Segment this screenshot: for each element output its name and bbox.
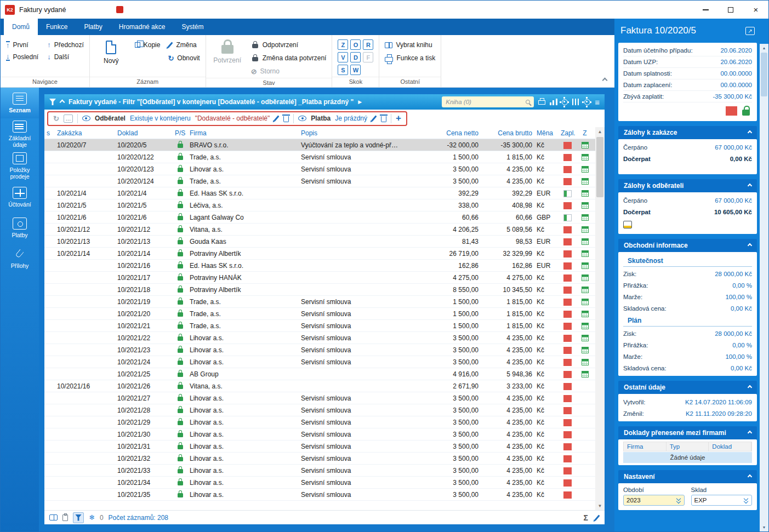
invoice-row[interactable]: 10/2021/23Lihovar a.s.Servisní smlouva3 … (44, 344, 595, 356)
tools-gear-icon[interactable] (562, 99, 568, 105)
invoice-row[interactable]: 10/2020/124Trade, a.s.Servisní smlouva3 … (44, 175, 595, 187)
edit-condition2-icon[interactable] (371, 115, 377, 121)
minimize-button[interactable] (693, 1, 718, 19)
print-icon[interactable] (538, 100, 545, 105)
edit-condition1-icon[interactable] (274, 115, 280, 121)
columns-icon[interactable] (572, 99, 580, 105)
invoice-row[interactable]: 10/2021/24Lihovar a.s.Servisní smlouva3 … (44, 356, 595, 368)
ribbon-collapse-button[interactable] (603, 76, 607, 84)
edit-icon[interactable] (594, 514, 600, 520)
first-button[interactable]: ↑První (6, 39, 38, 50)
clipboard-icon[interactable] (62, 514, 68, 521)
detail-panel-scrollbar[interactable]: ▲ ▼ (760, 19, 768, 531)
invoice-row[interactable]: 10/2021/32Lihovar a.s.Servisní smlouva3 … (44, 453, 595, 465)
copy-button[interactable]: Kopie (135, 39, 161, 50)
last-button[interactable]: ↓Poslední (6, 52, 38, 62)
sum-icon[interactable]: Σ (584, 513, 588, 522)
refresh-button[interactable]: ↻Obnovit (168, 53, 200, 64)
section-header-doklady[interactable]: Doklady přenesené mezi firmami (618, 426, 757, 439)
invoice-row[interactable]: 10/2021/410/2021/4Ed. Haas SK s.r.o.392,… (44, 187, 595, 199)
eye-icon[interactable] (82, 115, 90, 122)
invoice-row[interactable]: 10/2021/21Trade, a.s.Servisní smlouva1 5… (44, 320, 595, 332)
column-header-z[interactable]: Z (577, 129, 593, 137)
next-button[interactable]: ↓Další (47, 52, 84, 62)
scroll-thumb[interactable] (596, 137, 603, 197)
invoice-row[interactable]: 10/2021/16Ed. Haas SK s.r.o.162,86162,86… (44, 260, 595, 272)
invoice-row[interactable]: 10/2021/35Lihovar a.s.Servisní smlouva3 … (44, 489, 595, 501)
collapse-filter-icon[interactable] (60, 99, 65, 105)
invoice-row[interactable]: 10/2021/33Lihovar a.s.Servisní smlouva3 … (44, 465, 595, 477)
sidebar-item-položky-prodeje[interactable]: Položky prodeje (1, 150, 39, 182)
invoice-row[interactable]: 10/2021/17Potraviny HANÁK4 275,004 275,0… (44, 272, 595, 284)
section-header-zalohy-odberatel[interactable]: Zálohy k odběrateli (618, 179, 757, 192)
jump-key-O[interactable]: O (350, 39, 361, 50)
invoice-row[interactable]: 10/2021/1610/2021/26Vitana, a.s.2 671,90… (44, 380, 595, 392)
invoice-row[interactable]: 10/2021/1310/2021/13Gouda Kaas81,4398,53… (44, 236, 595, 248)
section-header-nastaveni[interactable]: Nastavení (618, 470, 757, 483)
detach-panel-icon[interactable]: ↗ (745, 27, 755, 35)
period-select[interactable]: 2023 (623, 495, 685, 506)
ribbon-tab-platby[interactable]: Platby (76, 19, 110, 35)
functions-print-button[interactable]: Funkce a tisk (385, 53, 435, 64)
jump-key-W[interactable]: W (350, 65, 361, 75)
open-book-icon[interactable] (49, 514, 58, 520)
jump-key-R[interactable]: R (363, 39, 373, 50)
invoice-row[interactable]: 10/2020/123Lihovar a.s.Servisní smlouva3… (44, 163, 595, 175)
jump-key-Z[interactable]: Z (338, 39, 348, 50)
ribbon-tab-domů[interactable]: Domů (4, 19, 38, 35)
column-header-popis[interactable]: Popis (299, 129, 401, 137)
section-header-zalohy-zakazka[interactable]: Zálohy k zakázce (618, 126, 757, 139)
scroll-up-icon[interactable]: ▲ (595, 127, 605, 136)
previous-button[interactable]: ↑Předchozí (47, 39, 84, 50)
scroll-down-icon[interactable]: ▼ (595, 501, 605, 510)
invoice-row[interactable]: 10/2021/22Lihovar a.s.Servisní smlouva3 … (44, 332, 595, 344)
column-header-ps[interactable]: P/S (173, 129, 187, 137)
invoice-row[interactable]: 10/2021/20Trade, a.s.Servisní smlouva1 5… (44, 308, 595, 320)
sidebar-item-základní-údaje[interactable]: Základní údaje (1, 118, 39, 150)
invoice-row[interactable]: 10/2021/27Lihovar a.s.Servisní smlouva3 … (44, 392, 595, 404)
column-header-zakazka[interactable]: Zakázka (55, 129, 115, 137)
delete-condition1-icon[interactable] (283, 116, 289, 122)
eye-icon[interactable] (298, 115, 306, 122)
menu-icon[interactable]: ≡ (595, 98, 600, 107)
jump-key-S[interactable]: S (338, 65, 348, 75)
ribbon-tab-systém[interactable]: Systém (173, 19, 212, 35)
close-button[interactable]: × (743, 1, 768, 19)
settings-gear-icon[interactable] (584, 99, 590, 105)
panel-scroll-down-icon[interactable]: ▼ (762, 523, 766, 531)
invoice-row[interactable]: 10/2021/30Lihovar a.s.Servisní smlouva3 … (44, 428, 595, 441)
invoice-row[interactable]: 10/2021/1410/2021/14Potraviny Albertík26… (44, 248, 595, 260)
book-filter-input[interactable]: Kniha (0) (442, 96, 534, 107)
snowflake-icon[interactable]: ❄ (89, 513, 95, 522)
select-book-button[interactable]: Vybrat knihu (385, 39, 435, 50)
column-header-zapl[interactable]: Zapl. (559, 129, 577, 137)
invoice-row[interactable]: 10/2021/610/2021/6Lagant Galway Co60,666… (44, 211, 595, 224)
invoice-row[interactable]: 10/2021/19Trade, a.s.Servisní smlouva1 5… (44, 296, 595, 308)
column-header-netto[interactable]: Cena netto (401, 129, 481, 137)
jump-key-V[interactable]: V (338, 52, 348, 62)
invoice-row[interactable]: 10/2021/1210/2021/12Vitana, a.s.4 206,25… (44, 224, 595, 236)
invoice-note-icon[interactable] (623, 221, 632, 228)
sidebar-item-přílohy[interactable]: Přílohy (1, 243, 39, 274)
invoice-row[interactable]: 10/2021/31Lihovar a.s.Servisní smlouva3 … (44, 441, 595, 453)
new-button[interactable]: Nový (95, 39, 127, 65)
column-header-mena[interactable]: Měna (534, 129, 559, 137)
invoice-row[interactable]: 10/2021/34Lihovar a.s.Servisní smlouva3 … (44, 477, 595, 489)
sidebar-item-seznam[interactable]: Seznam (1, 88, 39, 118)
expand-filter-arrow[interactable]: ▶ (358, 99, 362, 105)
table-scrollbar[interactable]: ▲ ▼ (595, 127, 605, 510)
add-condition-button[interactable]: + (396, 115, 401, 122)
ribbon-tab-hromadné-akce[interactable]: Hromadné akce (111, 19, 174, 35)
jump-key-D[interactable]: D (350, 52, 361, 62)
active-filter-toggle[interactable] (73, 512, 84, 523)
column-header-doklad[interactable]: Doklad (115, 129, 173, 137)
column-header-s[interactable]: s (44, 129, 55, 137)
condition-more-button[interactable]: … (64, 115, 73, 123)
sidebar-item-účtování[interactable]: Účtování (1, 182, 39, 213)
edit-button[interactable]: Změna (168, 39, 200, 50)
maximize-button[interactable] (718, 1, 743, 19)
warehouse-select[interactable]: EXP (691, 495, 753, 506)
invoice-row[interactable]: 10/2021/18Potraviny Albertík8 550,0010 3… (44, 284, 595, 296)
chart-icon[interactable] (550, 99, 557, 105)
invoice-row[interactable]: 10/2021/510/2021/5Léčiva, a.s.338,00408,… (44, 199, 595, 211)
